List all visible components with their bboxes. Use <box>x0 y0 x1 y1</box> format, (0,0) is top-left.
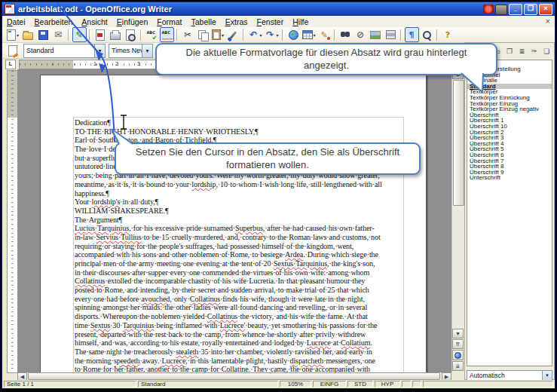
draw-functions-icon: ✎ <box>319 29 330 41</box>
data-sources-button[interactable] <box>384 27 398 42</box>
draw-functions-button[interactable]: ✎ <box>317 27 332 42</box>
styles-filter-combo[interactable]: Automatisch ▼ <box>467 370 552 381</box>
edit-file-button[interactable]: ✎ <box>72 27 87 42</box>
status-page[interactable]: Seite 1 / 1 <box>4 381 136 387</box>
chevron-down-icon[interactable]: ▾ <box>260 32 262 38</box>
vertical-ruler[interactable] <box>7 70 18 373</box>
zoom-button[interactable] <box>420 27 434 42</box>
toolbar-separator <box>140 29 142 41</box>
menu-einfgen[interactable]: Einfügen <box>112 17 152 26</box>
auto-spellcheck-button[interactable] <box>160 27 174 42</box>
misspelled-word: avouched <box>141 295 170 303</box>
chevron-down-icon[interactable]: ▾ <box>277 32 279 38</box>
previous-page-icon[interactable]: ⇈ <box>452 339 464 349</box>
text-run: happiness.¶ <box>75 189 109 198</box>
horizontal-scroll-thumb[interactable] <box>28 372 440 380</box>
misspelled-word: dispatcheth <box>289 357 323 365</box>
menu-tabelle[interactable]: Tabelle <box>187 17 221 26</box>
chevron-down-icon[interactable]: ▾ <box>314 32 316 38</box>
ruler-number: 1 <box>93 61 96 66</box>
fill-format-mode-icon[interactable]: ✑ <box>528 45 540 57</box>
help-button[interactable]: ? <box>441 27 455 42</box>
gallery-icon <box>370 31 381 39</box>
hyperlink-button[interactable] <box>286 27 301 42</box>
vertical-scrollbar[interactable]: ▲ ▼ ⇈ ⇊ <box>451 69 464 372</box>
page-styles-icon[interactable]: ❐ <box>503 45 515 57</box>
menu-bearbeiten[interactable]: Bearbeiten <box>30 17 78 26</box>
redo-button[interactable]: ↷▾ <box>264 27 280 42</box>
new-style-from-selection-icon[interactable]: ❏ <box>541 45 552 57</box>
auto-spellcheck-icon <box>161 29 173 41</box>
chevron-down-icon[interactable]: ▼ <box>542 371 552 380</box>
close-button[interactable]: × <box>539 4 552 15</box>
find-replace-button[interactable] <box>338 27 353 42</box>
menu-datei[interactable]: Datei <box>2 17 30 26</box>
format-paintbrush-button[interactable] <box>226 27 240 42</box>
styles-window-button[interactable] <box>6 43 20 58</box>
next-page-icon[interactable]: ⇊ <box>452 361 464 371</box>
status-insert-mode[interactable]: EINFG <box>313 381 346 387</box>
status-bar: Seite 1 / 1Standard105%EINFGSTDHYP <box>2 380 555 388</box>
document-line: Collatinus·extolled·the·incomparable·cha… <box>75 277 403 286</box>
gallery-button[interactable] <box>369 27 383 42</box>
style-item-unterschrift[interactable]: Unterschrift <box>467 175 552 181</box>
font-name-combo[interactable]: Times New Roman ▼ <box>109 44 153 58</box>
menu-format[interactable]: Format <box>152 17 186 26</box>
email-button[interactable]: ✉ <box>51 27 66 42</box>
text-run: requiring·or·staying·for·the·people's·su… <box>75 242 353 250</box>
paste-button[interactable]: ▾ <box>211 27 225 42</box>
chevron-down-icon[interactable]: ▼ <box>94 44 105 57</box>
close-document-icon[interactable]: × <box>546 17 550 26</box>
menu-fenster[interactable]: Fenster <box>252 17 289 26</box>
new-document-button[interactable]: ▾ <box>6 27 20 42</box>
document-line: time·Sextus·30·Tarquinius·being·inflamed… <box>75 321 403 330</box>
text-run: ·to·be·15·cruelly·murdered,·and,·contrar… <box>142 233 381 241</box>
menu-bar: DateiBearbeitenAnsichtEinfügenFormatTabe… <box>2 16 555 28</box>
misspelled-word: Lucrece <box>307 338 331 347</box>
print-button[interactable] <box>109 27 123 42</box>
open-button[interactable] <box>21 27 35 42</box>
status-zoom[interactable]: 105% <box>280 381 311 387</box>
menu-ansicht[interactable]: Ansicht <box>77 17 112 26</box>
spellcheck-icon <box>146 29 158 41</box>
cut-button[interactable]: ✂ <box>181 27 195 42</box>
restore-button[interactable]: ❐ <box>524 4 537 15</box>
minimize-button[interactable]: _ <box>509 4 522 15</box>
nonprinting-characters-button[interactable]: ¶ <box>405 27 419 42</box>
save-button[interactable] <box>36 27 50 42</box>
misspelled-word: Tarquinius <box>122 321 154 329</box>
copy-button[interactable] <box>196 27 210 42</box>
page-preview-button[interactable] <box>124 27 138 42</box>
document-line: posted·to·Rome,·and·intending,·by·their·… <box>75 286 403 295</box>
status-selection-mode[interactable]: STD <box>347 381 373 387</box>
export-pdf-button[interactable] <box>93 27 108 42</box>
status-page-style[interactable]: Standard <box>138 381 278 387</box>
toolbar-separator <box>400 29 402 41</box>
navigation-button[interactable] <box>452 350 464 360</box>
list-styles-icon[interactable]: ≣ <box>516 45 528 57</box>
status-hyperlink-mode[interactable]: HYP <box>375 381 400 387</box>
menu-hilfe[interactable]: Hilfe <box>288 17 313 26</box>
title-bar[interactable]: arbeitsblatt.odt - OpenOffice.org Writer… <box>2 2 555 16</box>
chevron-down-icon[interactable]: ▾ <box>222 32 224 38</box>
standard-toolbar: ▾✉✎✂▾↶▾↷▾▾✎⊘¶? <box>2 27 555 43</box>
tab-stop-selector[interactable]: L <box>5 60 16 69</box>
misspelled-word: Sextus <box>90 321 110 329</box>
spellcheck-button[interactable] <box>145 27 159 42</box>
styles-list[interactable]: GegenüberstellungGrußformelMarginalieSta… <box>467 60 552 366</box>
text-run: meantime,·as·it·is,·it·is·bound·to·your· <box>75 180 191 188</box>
undo-button[interactable]: ↶▾ <box>247 27 263 42</box>
document-page[interactable]: Dedication¶TO·THE·RIGHT·HONORABLE·HENRY·… <box>40 75 427 372</box>
toolbar-separator <box>282 29 283 41</box>
scroll-down-icon[interactable]: ▼ <box>452 329 464 338</box>
chevron-down-icon[interactable]: ▼ <box>142 44 152 57</box>
vertical-scroll-thumb[interactable] <box>453 80 464 206</box>
paragraph-style-combo[interactable]: Standard ▼ <box>23 44 106 58</box>
table-button[interactable]: ▾ <box>301 27 317 42</box>
menu-extras[interactable]: Extras <box>221 17 252 26</box>
paste-icon <box>212 29 221 40</box>
document-line: to·Rome·for·her·father,·another·to·the·c… <box>75 365 403 372</box>
chevron-down-icon[interactable]: ▾ <box>17 32 19 38</box>
email-icon: ✉ <box>53 29 64 41</box>
navigator-button[interactable]: ⊘ <box>353 27 368 42</box>
